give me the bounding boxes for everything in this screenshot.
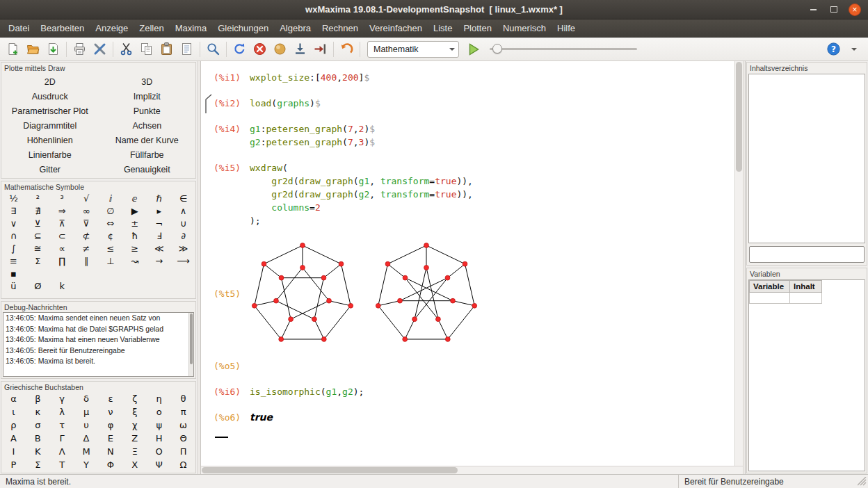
worksheet-cell-i6[interactable]: (%i6)is_isomorphic(g1,g2); bbox=[214, 385, 734, 398]
menu-hilfe[interactable]: Hilfe bbox=[552, 19, 581, 38]
menu-vereinfachen[interactable]: Vereinfachen bbox=[364, 19, 428, 38]
minimize-button[interactable] bbox=[807, 3, 819, 16]
menu-datei[interactable]: Datei bbox=[3, 19, 35, 38]
symbol-u21d4[interactable]: ⇔ bbox=[99, 217, 123, 229]
find-button[interactable] bbox=[204, 40, 223, 58]
greek-letter-u3c7[interactable]: χ bbox=[122, 418, 147, 432]
symbol-u221a[interactable]: √ bbox=[74, 192, 99, 204]
greek-letter-k[interactable]: K bbox=[26, 445, 50, 458]
symbol-u2132[interactable]: Ⅎ bbox=[147, 229, 171, 242]
greek-letter-u3bd[interactable]: ν bbox=[99, 405, 123, 418]
variables-area[interactable]: Variable Inhalt bbox=[748, 279, 865, 471]
worksheet-cell-i2[interactable]: (%i2)load(graphs)$ bbox=[214, 97, 734, 110]
greek-letter-b[interactable]: B bbox=[26, 432, 50, 445]
draw-button-ausdruck[interactable]: Ausdruck bbox=[1, 89, 99, 104]
symbol-u2208[interactable]: ∈ bbox=[171, 192, 195, 204]
symbol-u2245[interactable]: ≅ bbox=[26, 242, 50, 254]
menu-gleichungen[interactable]: Gleichungen bbox=[212, 19, 274, 38]
symbol-u2264[interactable]: ≤ bbox=[99, 242, 123, 254]
debug-scrollbar-thumb[interactable] bbox=[190, 314, 193, 364]
symbol-ub1[interactable]: ± bbox=[122, 217, 147, 229]
save-button[interactable] bbox=[44, 40, 63, 58]
greek-letter-p[interactable]: P bbox=[1, 458, 26, 471]
draw-button-parametrischer-plot[interactable]: Parametrischer Plot bbox=[1, 104, 99, 118]
greek-letter-z[interactable]: Z bbox=[122, 432, 147, 445]
debug-scrollbar[interactable] bbox=[188, 313, 193, 376]
draw-button-diagrammtitel[interactable]: Diagrammtitel bbox=[1, 118, 99, 133]
symbol-u2229[interactable]: ∩ bbox=[1, 229, 26, 242]
greek-letter-e[interactable]: E bbox=[99, 432, 123, 445]
symbol-u219d[interactable]: ↝ bbox=[122, 254, 147, 267]
greek-letter-u3c5[interactable]: υ bbox=[74, 418, 99, 432]
symbol-u226b[interactable]: ≫ bbox=[171, 242, 195, 254]
symbol-ub3[interactable]: ³ bbox=[50, 192, 74, 204]
greek-letter-u3b4[interactable]: δ bbox=[74, 392, 99, 405]
draw-button-2d[interactable]: 2D bbox=[1, 74, 99, 89]
greek-letter-u3b7[interactable]: η bbox=[147, 392, 171, 405]
symbol-u3a3[interactable]: Σ bbox=[26, 254, 50, 267]
draw-button-achsen[interactable]: Achsen bbox=[99, 118, 196, 133]
greek-letter-u3b8[interactable]: θ bbox=[171, 392, 195, 405]
symbol-u2284[interactable]: ⊄ bbox=[74, 229, 99, 242]
symbol-u221e[interactable]: ∞ bbox=[74, 204, 99, 217]
greek-letter-u3a6[interactable]: Φ bbox=[99, 458, 123, 471]
symbol-ua2[interactable]: ¢ bbox=[99, 229, 123, 242]
symbol-u25b6[interactable]: ▶ bbox=[122, 204, 147, 217]
help-button[interactable]: ? bbox=[824, 40, 843, 58]
symbol-u2147[interactable]: ⅇ bbox=[122, 192, 147, 204]
greek-letter-u3b1[interactable]: α bbox=[1, 392, 26, 405]
greek-letter-u3c4[interactable]: τ bbox=[50, 418, 74, 432]
symbol-u2261[interactable]: ≡ bbox=[1, 254, 26, 267]
symbol-u2202[interactable]: ∂ bbox=[171, 229, 195, 242]
open-button[interactable] bbox=[24, 40, 42, 58]
menu-numerisch[interactable]: Numerisch bbox=[497, 19, 552, 38]
interrupt-button[interactable] bbox=[250, 40, 269, 58]
worksheet-cell-o5[interactable]: (%o5) bbox=[214, 359, 734, 373]
menu-plotten[interactable]: Plotten bbox=[458, 19, 497, 38]
overflow-button[interactable] bbox=[844, 40, 863, 58]
menu-zellen[interactable]: Zellen bbox=[134, 19, 169, 38]
paste-button[interactable] bbox=[157, 40, 176, 58]
symbol-u226a[interactable]: ≪ bbox=[147, 242, 171, 254]
variables-header-variable[interactable]: Variable bbox=[750, 281, 790, 293]
maximize-button[interactable] bbox=[828, 3, 840, 16]
worksheet-cell-i5[interactable]: (%i5)wxdraw( gr2d(draw_graph(g1, transfo… bbox=[214, 161, 734, 227]
cell-bracket[interactable] bbox=[204, 94, 212, 118]
symbol-u2148[interactable]: ⅈ bbox=[99, 192, 123, 204]
greek-letter-a[interactable]: A bbox=[1, 432, 26, 445]
symbol-u2282[interactable]: ⊂ bbox=[50, 229, 74, 242]
select-all-button[interactable] bbox=[177, 40, 196, 58]
print-button[interactable] bbox=[70, 40, 89, 58]
toc-filter-input[interactable] bbox=[749, 246, 865, 263]
symbol-u220f[interactable]: ∏ bbox=[50, 254, 74, 267]
variables-empty-cell[interactable] bbox=[790, 293, 822, 304]
greek-letter-u3bc[interactable]: μ bbox=[74, 405, 99, 418]
greek-letter-u39b[interactable]: Λ bbox=[50, 445, 74, 458]
greek-letter-u393[interactable]: Γ bbox=[50, 432, 74, 445]
draw-button-höhenlinien[interactable]: Höhenlinien bbox=[1, 133, 99, 147]
greek-letter-u3b6[interactable]: ζ bbox=[122, 392, 147, 405]
greek-letter-u394[interactable]: Δ bbox=[74, 432, 99, 445]
new-button[interactable] bbox=[3, 40, 22, 58]
draw-button-name-der-kurve[interactable]: Name der Kurve bbox=[99, 133, 196, 147]
greek-letter-u3c1[interactable]: ρ bbox=[1, 418, 26, 432]
variables-header-inhalt[interactable]: Inhalt bbox=[790, 281, 822, 293]
toc-list[interactable] bbox=[748, 74, 865, 243]
worksheet-cell-i1[interactable]: (%i1)wxplot_size:[400,200]$ bbox=[214, 71, 734, 84]
greek-letter-x[interactable]: X bbox=[122, 458, 147, 471]
symbol-ubd[interactable]: ½ bbox=[1, 192, 26, 204]
greek-letter-i[interactable]: I bbox=[1, 445, 26, 458]
menu-anzeige[interactable]: Anzeige bbox=[90, 19, 134, 38]
symbol-u222b[interactable]: ∫ bbox=[1, 242, 26, 254]
play-button[interactable] bbox=[464, 40, 483, 58]
greek-letter-u3c9[interactable]: ω bbox=[171, 418, 195, 432]
draw-button-3d[interactable]: 3D bbox=[99, 74, 196, 89]
evaluate-rest-button[interactable] bbox=[271, 40, 289, 58]
greek-letter-h[interactable]: H bbox=[147, 432, 171, 445]
symbol-u21d2[interactable]: ⇒ bbox=[50, 204, 74, 217]
symbol-ud8[interactable]: Ø bbox=[26, 279, 50, 292]
symbol-u2265[interactable]: ≥ bbox=[122, 242, 147, 254]
greek-letter-u3c3[interactable]: σ bbox=[26, 418, 50, 432]
greek-letter-u3a9[interactable]: Ω bbox=[171, 458, 195, 471]
symbol-u222a[interactable]: ∪ bbox=[171, 217, 195, 229]
